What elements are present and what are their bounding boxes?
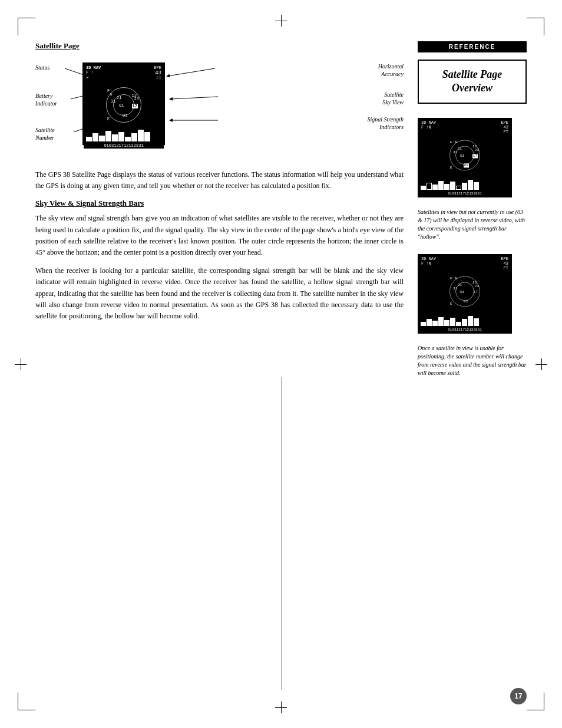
s1-31: 31 bbox=[453, 150, 457, 154]
s2-e: E bbox=[450, 302, 452, 306]
sidebar-gps1-bars bbox=[419, 178, 511, 191]
right-column: REFERENCE Satellite Page Overview 3D NAV… bbox=[418, 41, 527, 687]
s1-23: 23 bbox=[475, 148, 479, 152]
s1-bar9 bbox=[468, 180, 473, 190]
section-title: Satellite Page bbox=[35, 41, 404, 51]
reference-header: REFERENCE bbox=[418, 41, 527, 52]
s2-bar4 bbox=[438, 317, 444, 326]
sky-e: E bbox=[107, 117, 110, 121]
s2-23: 23 bbox=[475, 284, 479, 288]
sig-bar-10 bbox=[144, 132, 150, 141]
label-horiz: HorizontalAccuracy bbox=[356, 62, 404, 78]
s1-n: ↑N bbox=[453, 140, 457, 144]
sidebar-gps2-top: 3D NAVF ↑N EPE43FT bbox=[419, 255, 511, 272]
left-column: Satellite Page Status BatteryIndicator S… bbox=[35, 41, 404, 687]
s1-21: 21 bbox=[458, 147, 462, 151]
sidebar-gps2-numrow: 0103121712132831 bbox=[419, 327, 511, 332]
sky-circles: F ↑N E 31 21 13 23 01 17 03 bbox=[106, 87, 141, 123]
sig-bar-2 bbox=[92, 133, 98, 141]
cross-right bbox=[535, 358, 547, 370]
sky-31: 31 bbox=[111, 99, 115, 104]
s2-bar9 bbox=[468, 316, 473, 326]
subsection-title: Sky View & Signal Strength Bars bbox=[35, 199, 404, 208]
corner-mark-tr bbox=[527, 18, 544, 35]
sky-21: 21 bbox=[117, 95, 121, 100]
sidebar-gps1-sky-inner: F ↑N E 31 21 13 23 01 17 03 bbox=[449, 140, 480, 170]
label-status: Status bbox=[35, 64, 49, 71]
body-para3: When the receiver is looking for a parti… bbox=[35, 265, 404, 322]
s2-bar7 bbox=[456, 322, 461, 326]
corner-mark-bl bbox=[18, 693, 35, 710]
label-signal: Signal StrengthIndicators bbox=[356, 116, 404, 131]
sat-number-row-main: 0103121712132831 bbox=[84, 143, 164, 149]
s1-bar4 bbox=[438, 181, 444, 190]
sidebar-gps-2: 3D NAVF ↑N EPE43FT F ↑N E 31 21 13 23 01… bbox=[418, 254, 512, 334]
s1-03-rv: 03 bbox=[464, 163, 469, 167]
sig-bar-4 bbox=[105, 131, 111, 141]
corner-mark-tl bbox=[18, 18, 35, 35]
s1-e: E bbox=[450, 166, 452, 170]
s1-bar6 bbox=[450, 182, 455, 190]
sidebar-gps2-epe: EPE43FT bbox=[501, 256, 508, 271]
cross-bottom bbox=[275, 701, 287, 713]
s2-f: F bbox=[450, 276, 452, 281]
sidebar-gps2-bars bbox=[419, 314, 511, 327]
sidebar-gps2-sky-inner: F ↑N E 31 21 13 23 01 17 03 bbox=[449, 276, 480, 307]
s2-bar10 bbox=[474, 318, 479, 326]
s2-n: ↑N bbox=[453, 276, 457, 281]
svg-line-3 bbox=[168, 68, 215, 76]
sidebar-title-box: Satellite Page Overview bbox=[418, 60, 527, 104]
page-number: 17 bbox=[510, 688, 527, 704]
s1-bar8 bbox=[462, 183, 467, 190]
s1-f: F bbox=[450, 140, 452, 144]
s2-31: 31 bbox=[453, 286, 457, 291]
sky-03: 03 bbox=[123, 113, 127, 118]
center-divider bbox=[281, 377, 282, 690]
s1-bar1 bbox=[421, 186, 426, 190]
signal-bars-main bbox=[84, 129, 164, 143]
sidebar-gps1-epe: EPE43FT bbox=[501, 120, 508, 134]
s1-01: 01 bbox=[460, 154, 464, 158]
s1-bar10 bbox=[474, 182, 479, 190]
sky-01: 01 bbox=[119, 103, 124, 108]
s1-bar7-hollow bbox=[456, 186, 461, 190]
s2-bar3 bbox=[432, 321, 438, 326]
s2-bar8 bbox=[462, 319, 467, 326]
sidebar-caption-1: Satellites in view but not currently in … bbox=[418, 208, 527, 241]
sidebar-gps1-nav: 3D NAVF ↑N bbox=[421, 120, 436, 134]
sig-bar-8 bbox=[131, 133, 137, 141]
sig-bar-5 bbox=[112, 134, 118, 141]
sky-n: ↑N bbox=[110, 88, 113, 97]
body-para2: The sky view and signal strength bars gi… bbox=[35, 213, 404, 258]
s2-21: 21 bbox=[458, 283, 462, 287]
s2-01: 01 bbox=[460, 290, 464, 294]
label-sky: SatelliteSky View bbox=[356, 91, 404, 106]
sky-17-rv: 17 bbox=[132, 104, 138, 108]
sidebar-gps1-top: 3D NAVF ↑N EPE43FT bbox=[419, 119, 511, 136]
gps-epe: EPE 43 FT bbox=[154, 65, 161, 81]
label-sat-num: SatelliteNumber bbox=[35, 126, 55, 141]
sidebar-title: Satellite Page Overview bbox=[425, 68, 520, 95]
s2-03: 03 bbox=[464, 299, 468, 304]
s2-bar1 bbox=[421, 322, 426, 326]
sidebar-gps1-numrow: 0103121712132831 bbox=[419, 191, 511, 196]
s1-bar3 bbox=[432, 185, 438, 190]
s2-bar2 bbox=[427, 319, 432, 326]
body-para1: The GPS 38 Satellite Page displays the s… bbox=[35, 169, 404, 192]
s1-bar5 bbox=[444, 184, 449, 190]
sig-bar-6 bbox=[118, 132, 124, 141]
sky-view-main: F ↑N E 31 21 13 23 01 17 03 bbox=[84, 81, 164, 129]
sig-bar-1 bbox=[86, 137, 92, 141]
sig-bar-3 bbox=[99, 136, 105, 141]
svg-line-4 bbox=[171, 97, 218, 99]
sidebar-gps2-sky: F ↑N E 31 21 13 23 01 17 03 bbox=[419, 272, 511, 314]
sidebar-gps2-nav: 3D NAVF ↑N bbox=[421, 256, 436, 271]
sidebar-gps1-sky: F ↑N E 31 21 13 23 01 17 03 bbox=[419, 136, 511, 178]
sky-f: F bbox=[107, 88, 110, 93]
s2-bar5 bbox=[444, 320, 449, 326]
s1-17-rv: 17 bbox=[472, 154, 478, 158]
sidebar-caption-2: Once a satellite in view is usable for p… bbox=[418, 344, 527, 377]
sidebar-gps-1: 3D NAVF ↑N EPE43FT F ↑N E 31 21 13 23 01… bbox=[418, 118, 512, 197]
s2-17: 17 bbox=[474, 290, 478, 294]
gps-nav-label: 3D NAV F ↑N bbox=[86, 65, 101, 80]
